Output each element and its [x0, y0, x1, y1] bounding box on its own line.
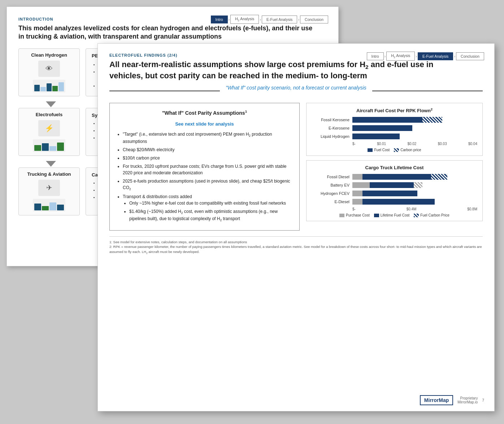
- clean-hydrogen-icon: 👁: [38, 61, 60, 77]
- slide1-nav-conclusion[interactable]: Conclusion: [300, 16, 328, 23]
- slide2-nav: Intro › H2 Analysis › E-Fuel Analysis › …: [367, 52, 484, 61]
- slide2-nav-efuel[interactable]: E-Fuel Analysis: [418, 52, 453, 60]
- fossil-carbon-bar: [422, 117, 442, 123]
- aircraft-bar-fossil: Fossil Kerosene: [312, 117, 477, 123]
- footer-url: MirrorMap.io: [457, 400, 478, 404]
- legend-fuel-carbon: Fuel Carbon Price: [414, 213, 449, 217]
- slide1-nav-intro[interactable]: Intro: [211, 16, 228, 23]
- aircraft-axis-0: $-: [352, 142, 356, 146]
- truck-legend: Purchase Cost Lifetime Fuel Cost Fuel Ca…: [312, 213, 477, 217]
- slide2-nav-h2[interactable]: H2 Analysis: [386, 52, 415, 61]
- aircraft-bar-lh2: Liquid Hydrogen: [312, 134, 477, 139]
- lc-bullet-6: Transport & distribution costs added Onl…: [123, 193, 293, 223]
- slide2-nav-intro[interactable]: Intro: [367, 52, 384, 60]
- legend-fcarbon-swatch: [414, 214, 419, 217]
- left-column: "What If" Cost Parity Assumptions1 See n…: [109, 103, 300, 231]
- nav-chevron-3: ›: [297, 17, 300, 22]
- clean-hydrogen-title: Clean Hydrogen: [31, 52, 67, 58]
- nav-chevron-2: ›: [259, 17, 262, 22]
- truck-axis-0: $-: [352, 207, 356, 211]
- truck-bar-fcev: Hydrogen FCEV: [312, 191, 477, 196]
- aircraft-axis-4: $0.04: [468, 142, 477, 146]
- footnotes: 1: See model for extensive notes, calcul…: [109, 236, 483, 255]
- truck-fcev-bars: [352, 191, 477, 196]
- legend-fuel-label: Fuel Cost: [374, 148, 390, 152]
- lc-sub-bullet-2: $1.40/kg (~150%) added H2 cost, even wit…: [129, 208, 293, 223]
- aircraft-ekerosene-bars: [352, 125, 477, 131]
- s2-chevron-1: ›: [384, 54, 387, 58]
- left-col-subtitle: See next slide for analysis: [116, 121, 293, 128]
- truck-chart-title: Cargo Truck Lifetime Cost: [312, 165, 477, 170]
- aircraft-lh2-label: Liquid Hydrogen: [312, 134, 349, 139]
- truck-axis-1: $0.4M: [407, 207, 417, 211]
- aircraft-axis-3: $0.03: [438, 142, 447, 146]
- legend-fcarbon-label: Fuel Carbon Price: [420, 213, 449, 217]
- bev-fuel-bar: [370, 182, 413, 188]
- legend-fuel-swatch: [368, 148, 373, 152]
- aircraft-lh2-bars: [352, 134, 477, 139]
- footnote-1: 1: See model for extensive notes, calcul…: [109, 240, 483, 244]
- truck-axis: $- $0.4M $0.8M: [352, 207, 477, 211]
- trucking-aviation-icon: ✈: [38, 180, 60, 196]
- s2-chevron-2: ›: [415, 54, 418, 58]
- lc-bullet-4: For trucks, 2020 upfront purchase costs;…: [123, 163, 293, 176]
- electrofuels-icon-box: Electrofuels ⚡: [18, 108, 80, 156]
- legend-lifetime-fuel: Lifetime Fuel Cost: [374, 213, 410, 217]
- aircraft-bar-chart: Fossil Kerosene E-Kerosene Liquid: [312, 117, 477, 139]
- truck-axis-2: $0.8M: [467, 207, 477, 211]
- truck-bev-bars: [352, 182, 477, 188]
- mirrormap-logo: MirrorMap: [420, 395, 453, 405]
- truck-fossil-label: Fossil Diesel: [312, 175, 349, 179]
- slide2-footer: MirrorMap Proprietary MirrorMap.io 7: [420, 395, 484, 405]
- fossil-fuel-bar: [362, 174, 431, 180]
- lc-sub-bullet-1: Only ~15% higher e-fuel cost due to comp…: [129, 200, 293, 206]
- footer-text: Proprietary MirrorMap.io: [457, 396, 478, 404]
- ekerosene-fuel-bar: [352, 125, 412, 131]
- trucking-aviation-icon-box: Trucking & Aviation ✈: [18, 167, 80, 215]
- fossil-purchase-bar: [352, 174, 362, 180]
- slide2-foreground: ELECTROFUEL FINDINGS (2/4) Intro › H2 An…: [97, 43, 495, 411]
- bev-purchase-bar: [352, 182, 370, 188]
- s2-chevron-3: ›: [453, 54, 456, 58]
- aircraft-ekerosene-label: E-Kerosene: [312, 126, 349, 130]
- clean-hydrogen-mini-chart: [33, 80, 65, 92]
- legend-carbon-price: Carbon price: [394, 148, 421, 152]
- aircraft-chart: Aircraft Fuel Cost Per RPK Flown2 Fossil…: [306, 103, 483, 156]
- aircraft-axis-1: $0.01: [377, 142, 386, 146]
- footnote-2: 2: RPK = revenue passenger kilometer, th…: [109, 244, 483, 255]
- legend-lifetime-label: Lifetime Fuel Cost: [381, 213, 410, 217]
- fcev-fuel-bar: [362, 191, 417, 196]
- legend-purchase: Purchase Cost: [339, 213, 370, 217]
- arrow-2: [46, 161, 56, 167]
- arrow-1: [46, 101, 56, 107]
- truck-bar-chart: Fossil Diesel Battery EV: [312, 174, 477, 205]
- slide1-nav-h2[interactable]: H2 Analysis: [230, 15, 259, 24]
- electrofuels-title: Electrofuels: [36, 112, 62, 117]
- electrofuels-icon: ⚡: [38, 120, 60, 136]
- aircraft-axis-2: $0.02: [407, 142, 416, 146]
- truck-ediesel-label: E-Diesel: [312, 200, 349, 204]
- fossil-fuel-bar: [352, 117, 422, 123]
- aircraft-bar-ekerosene: E-Kerosene: [312, 125, 477, 131]
- slide1-nav: Intro › H2 Analysis › E-Fuel Analysis › …: [211, 15, 328, 24]
- proprietary-label: Proprietary: [457, 396, 478, 400]
- ediesel-purchase-bar: [352, 199, 362, 205]
- lc-bullet-3: $100/t carbon price: [123, 155, 293, 161]
- legend-carbon-label: Carbon price: [400, 148, 421, 152]
- slide1-nav-efuel[interactable]: E-Fuel Analysis: [262, 16, 297, 23]
- clean-hydrogen-icon-box: Clean Hydrogen 👁: [18, 48, 80, 96]
- slide2-title: All near-term-realistic assumptions show…: [109, 60, 463, 81]
- electrofuels-mini-chart: [33, 139, 65, 152]
- trucking-mini-chart: [33, 199, 65, 211]
- slide2-nav-conclusion[interactable]: Conclusion: [456, 52, 484, 60]
- legend-lifetime-swatch: [374, 214, 379, 217]
- aircraft-legend: Fuel Cost Carbon price: [312, 148, 477, 152]
- legend-purchase-swatch: [339, 214, 344, 217]
- truck-bar-bev: Battery EV: [312, 182, 477, 188]
- aircraft-axis: $- $0.01 $0.02 $0.03 $0.04: [352, 142, 477, 146]
- aircraft-chart-title: Aircraft Fuel Cost Per RPK Flown2: [312, 108, 477, 113]
- lc-sub-bullets: Only ~15% higher e-fuel cost due to comp…: [123, 200, 293, 223]
- legend-carbon-swatch: [394, 148, 399, 152]
- truck-bar-ediesel: E-Diesel: [312, 199, 477, 205]
- legend-purchase-label: Purchase Cost: [346, 213, 370, 217]
